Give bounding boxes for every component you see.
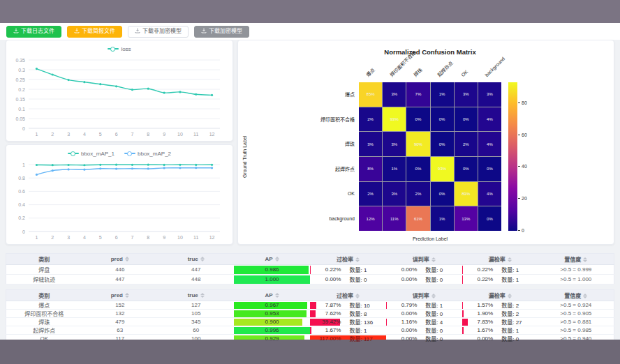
confusion-matrix-title: Normalized Confusion Matrix <box>331 48 529 56</box>
matrix-cell: 12% <box>359 206 382 231</box>
svg-text:2: 2 <box>51 132 54 137</box>
matrix-cell: 13% <box>455 206 478 231</box>
matrix-row-label: 焊珠 <box>239 132 355 157</box>
table-cell-mis: 0.00%数量: 0 <box>386 326 462 335</box>
table-header-pred[interactable]: pred <box>82 290 158 301</box>
sort-caret-icon[interactable] <box>275 257 279 261</box>
table-cell-true: 345 <box>158 318 234 326</box>
sort-caret-icon[interactable] <box>583 257 587 262</box>
colorbar-tick: 40 <box>518 164 527 169</box>
colorbar-tick: 0 <box>518 228 524 233</box>
matrix-cell: 1% <box>431 82 454 107</box>
table-header-ap[interactable]: AP <box>234 290 310 301</box>
table-header-row: 类别predtrueAP过检率误判率漏检率置信度 <box>6 290 614 301</box>
sort-caret-icon[interactable] <box>583 294 587 298</box>
matrix-row-label: OK <box>239 181 355 206</box>
download-encrypted-model-button[interactable]: 下载加密模型 <box>194 26 249 38</box>
column-label: 置信度 <box>564 293 581 299</box>
table-header-row: 类别predtrueAP过检率误判率漏检率置信度 <box>6 254 614 265</box>
svg-text:2: 2 <box>51 235 54 240</box>
table-cell-conf: >0.5 = 0.905 <box>538 310 614 318</box>
rate-bar <box>386 319 387 326</box>
table-header-conf[interactable]: 置信度 <box>538 290 614 301</box>
table-header-over[interactable]: 过检率 <box>310 290 386 301</box>
table-header-miss[interactable]: 漏检率 <box>462 254 538 265</box>
sort-caret-icon[interactable] <box>431 257 436 262</box>
rate-bar <box>462 302 464 309</box>
matrix-col-label: OK <box>460 69 469 78</box>
svg-text:3: 3 <box>67 235 70 240</box>
column-label: 误判率 <box>413 257 429 263</box>
table-header-mis[interactable]: 误判率 <box>386 254 462 265</box>
column-label: 漏检率 <box>489 293 505 299</box>
matrix-cell: 85% <box>359 82 382 107</box>
download-icon <box>74 28 80 35</box>
svg-text:1: 1 <box>35 132 38 137</box>
svg-text:7: 7 <box>131 235 133 240</box>
bbox-map-chart-plot: 00.20.40.60.81123456789101112 <box>8 159 230 242</box>
matrix-col-label: 焊珠 <box>413 67 424 78</box>
legend-item-bbox_mAP_2[interactable]: bbox_mAP_2 <box>124 151 171 157</box>
summary-table-2: 类别predtrueAP过检率误判率漏检率置信度爆点1521270.9677.8… <box>6 289 614 343</box>
sort-caret-icon[interactable] <box>508 294 512 298</box>
legend-label: bbox_mAP_2 <box>138 151 171 157</box>
sort-caret-icon[interactable] <box>355 257 360 262</box>
table-cell-mis: 0.00%数量: 0 <box>386 265 462 275</box>
svg-text:0.4: 0.4 <box>18 202 25 207</box>
table-cell-true: 447 <box>158 265 234 275</box>
column-label: 过检率 <box>337 293 353 299</box>
colorbar-tick: 20 <box>518 196 527 201</box>
sort-caret-icon[interactable] <box>125 293 129 298</box>
matrix-cell: 93% <box>431 157 454 181</box>
table-header-true[interactable]: true <box>158 254 234 265</box>
table-cell-mis: 0.00%数量: 0 <box>386 275 462 285</box>
matrix-cell: 2% <box>455 132 478 156</box>
download-icon <box>135 28 140 35</box>
svg-text:0.8: 0.8 <box>18 176 25 181</box>
column-label: true <box>188 292 198 298</box>
table-row: 焊盘4464470.9860.22%数量: 10.00%数量: 00.22%数量… <box>6 265 614 275</box>
download-report-button[interactable]: 下载简报文件 <box>67 26 122 38</box>
table-cell-pred: 447 <box>82 275 158 285</box>
sort-caret-icon[interactable] <box>355 294 360 298</box>
confusion-matrix-card: Normalized Confusion Matrix Ground Truth… <box>237 40 614 245</box>
matrix-cell: 2% <box>359 182 382 206</box>
svg-text:0.6: 0.6 <box>18 189 25 194</box>
download-unencrypted-model-button[interactable]: 下载非加密模型 <box>128 26 189 38</box>
sort-caret-icon[interactable] <box>431 294 436 298</box>
table-cell-conf: >0.5 = 0.881 <box>538 318 614 326</box>
svg-text:0.05: 0.05 <box>15 116 25 121</box>
svg-text:0.3: 0.3 <box>18 68 25 73</box>
svg-text:1: 1 <box>35 235 38 240</box>
sort-caret-icon[interactable] <box>200 257 205 261</box>
matrix-cell: 1% <box>383 157 406 181</box>
matrix-row-label: 起焊炸点 <box>239 157 355 182</box>
loss-chart-plot: 00.050.10.150.20.250.30.3512345678910111… <box>8 54 230 139</box>
matrix-cell: 4% <box>478 182 501 206</box>
legend-label: bbox_mAP_1 <box>81 151 115 157</box>
sort-caret-icon[interactable] <box>200 293 205 298</box>
loss-chart-card: loss 00.050.10.150.20.250.30.35123456789… <box>6 40 233 142</box>
table-cell-conf: >0.5 = 0.924 <box>538 301 614 310</box>
table-header-mis[interactable]: 误判率 <box>386 290 462 301</box>
download-icon <box>13 28 19 35</box>
table-header-true[interactable]: true <box>158 290 234 301</box>
table-cell-ap: 0.996 <box>234 326 310 335</box>
table-header-ap[interactable]: AP <box>234 254 310 265</box>
table-cell-pred: 479 <box>82 318 158 326</box>
rate-bar <box>462 310 464 317</box>
table-header-pred[interactable]: pred <box>82 254 158 265</box>
legend-item-loss[interactable]: loss <box>108 46 131 52</box>
download-log-button[interactable]: 下载日志文件 <box>6 26 61 38</box>
legend-marker-icon <box>124 151 135 156</box>
table-header-miss[interactable]: 漏检率 <box>462 290 538 301</box>
table-cell-miss: 0.22%数量: 1 <box>462 275 538 285</box>
legend-item-bbox_mAP_1[interactable]: bbox_mAP_1 <box>68 151 115 157</box>
sort-caret-icon[interactable] <box>508 257 512 262</box>
sort-caret-icon[interactable] <box>275 293 279 298</box>
table-header-over[interactable]: 过检率 <box>310 254 386 265</box>
table-cell-conf: >0.5 = 0.985 <box>538 326 614 335</box>
sort-caret-icon[interactable] <box>125 257 129 261</box>
table-cell-miss: 0.22%数量: 1 <box>462 265 538 275</box>
table-header-conf[interactable]: 置信度 <box>538 254 614 265</box>
